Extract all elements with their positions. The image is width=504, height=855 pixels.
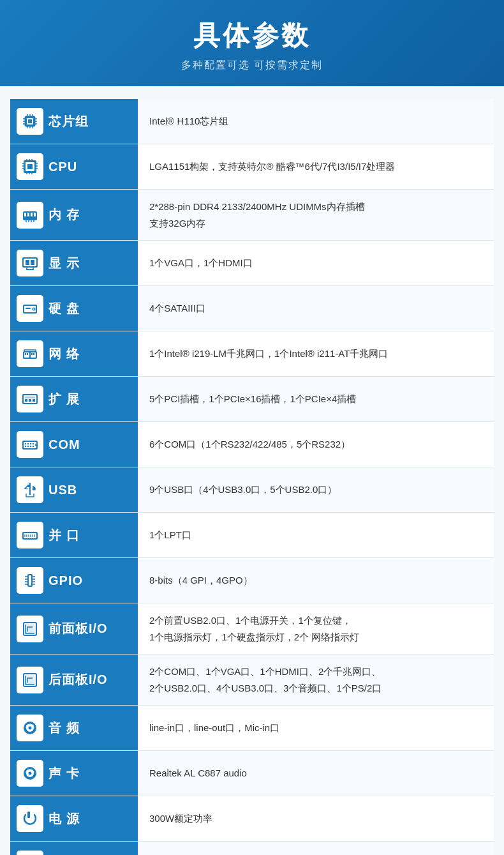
svg-point-72: [33, 446, 34, 447]
table-row: 音 频line-in口，line-out口，Mic-in口: [10, 706, 494, 751]
svg-rect-32: [27, 213, 29, 216]
svg-rect-97: [26, 676, 34, 685]
row-label: 芯片组: [48, 113, 89, 130]
table-row: 硬 盘4个SATAIII口: [10, 286, 494, 331]
usb-icon: [17, 476, 43, 503]
table-row: 前面板I/O2个前置USB2.0口、1个电源开关，1个复位键，1个电源指示灯，1…: [10, 603, 494, 654]
row-value: 1个LPT口: [138, 513, 494, 558]
com-icon: [17, 431, 43, 458]
svg-point-71: [30, 446, 31, 447]
table-row: 内 存2*288-pin DDR4 2133/2400MHz UDIMMs内存插…: [10, 190, 494, 241]
svg-point-70: [27, 446, 29, 447]
svg-rect-95: [26, 624, 34, 633]
network-icon: [17, 340, 43, 367]
row-label: 扩 展: [48, 391, 80, 408]
header: 具体参数 多种配置可选 可按需求定制: [0, 0, 504, 86]
svg-point-68: [33, 443, 34, 444]
row-label: 后面板I/O: [48, 671, 108, 688]
svg-point-69: [25, 446, 26, 447]
row-label: 声 卡: [48, 765, 80, 782]
table-row: 机箱尺寸427*480*177mm（宽*深*高）: [10, 842, 494, 856]
row-value: Intel® H110芯片组: [138, 99, 494, 144]
row-value: 2个COM口、1个VGA口、1个HDMI口、2个千兆网口、2个USB2.0口、4…: [138, 654, 494, 706]
row-value: line-in口，line-out口，Mic-in口: [138, 706, 494, 751]
row-label: CPU: [48, 160, 77, 174]
svg-rect-60: [29, 399, 31, 402]
svg-point-65: [25, 443, 26, 444]
gpio-icon: [17, 567, 43, 594]
table-row: GPIO8-bits（4 GPI，4GPO）: [10, 558, 494, 603]
row-value: 4个SATAIII口: [138, 286, 494, 331]
row-value: 9个USB口（4个USB3.0口，5个USB2.0口）: [138, 467, 494, 513]
table-row: 并 口1个LPT口: [10, 513, 494, 558]
cpu-icon: [17, 153, 43, 180]
panel-icon: [17, 667, 43, 693]
svg-rect-55: [31, 353, 33, 355]
svg-rect-41: [26, 260, 29, 265]
svg-point-103: [29, 772, 32, 775]
table-row: 电 源300W额定功率: [10, 796, 494, 842]
svg-rect-56: [33, 353, 34, 355]
svg-rect-104: [27, 812, 30, 818]
table-row: 芯片组Intel® H110芯片组: [10, 99, 494, 144]
table-row: 网 络1个Intel® i219-LM千兆网口，1个Intel® i211-AT…: [10, 331, 494, 377]
row-label: 电 源: [48, 810, 80, 828]
page-title: 具体参数: [13, 18, 491, 54]
table-row: 后面板I/O2个COM口、1个VGA口、1个HDMI口、2个千兆网口、2个USB…: [10, 654, 494, 706]
table-row: CPULGA1151构架，支持英特尔® 酷睿™6代/7代I3/I5/I7处理器: [10, 144, 494, 190]
svg-rect-17: [27, 164, 33, 169]
row-label: 显 示: [48, 255, 80, 272]
row-label: 音 频: [48, 720, 80, 737]
svg-point-73: [35, 444, 36, 446]
svg-point-47: [33, 308, 34, 310]
svg-rect-53: [25, 353, 26, 355]
svg-rect-34: [34, 213, 36, 216]
spec-table-wrap: 芯片组Intel® H110芯片组 CPULGA1151构架，支持英特尔® 酷睿…: [0, 86, 504, 855]
svg-rect-85: [29, 575, 31, 586]
row-label: GPIO: [48, 573, 83, 588]
svg-rect-62: [25, 397, 35, 398]
hdd-icon: [17, 295, 43, 322]
svg-point-100: [29, 727, 32, 730]
expand-icon: [17, 386, 43, 412]
row-value: 300W额定功率: [138, 796, 494, 842]
parallel-icon: [17, 522, 43, 549]
row-value: 2*288-pin DDR4 2133/2400MHz UDIMMs内存插槽支持…: [138, 190, 494, 241]
svg-point-66: [27, 443, 29, 444]
table-row: USB9个USB口（4个USB3.0口，5个USB2.0口）: [10, 467, 494, 513]
row-label: 并 口: [48, 527, 80, 544]
row-value: 5个PCI插槽，1个PCIe×16插槽，1个PCIe×4插槽: [138, 377, 494, 422]
row-value: 1个VGA口，1个HDMI口: [138, 241, 494, 286]
svg-rect-75: [33, 487, 35, 490]
panel-icon: [17, 616, 43, 642]
row-value: LGA1151构架，支持英特尔® 酷睿™6代/7代I3/I5/I7处理器: [138, 144, 494, 190]
display-icon: [17, 250, 43, 276]
svg-rect-59: [25, 399, 27, 402]
memory-icon: [17, 202, 43, 229]
row-value: Realtek AL C887 audio: [138, 751, 494, 796]
audio-icon: [17, 760, 43, 787]
row-label: USB: [48, 483, 77, 497]
svg-rect-31: [24, 213, 26, 216]
row-label: 硬 盘: [48, 300, 80, 317]
table-row: 扩 展5个PCI插槽，1个PCIe×16插槽，1个PCIe×4插槽: [10, 377, 494, 422]
svg-rect-64: [24, 442, 36, 448]
svg-rect-2: [28, 119, 32, 123]
table-row: 声 卡Realtek AL C887 audio: [10, 751, 494, 796]
svg-rect-74: [27, 485, 30, 487]
row-label: COM: [48, 437, 80, 452]
table-row: 显 示1个VGA口，1个HDMI口: [10, 241, 494, 286]
svg-rect-33: [31, 213, 33, 216]
row-value: 8-bits（4 GPI，4GPO）: [138, 558, 494, 603]
audio-icon: [17, 715, 43, 741]
svg-point-67: [30, 443, 31, 444]
row-value: 2个前置USB2.0口、1个电源开关，1个复位键，1个电源指示灯，1个硬盘指示灯…: [138, 603, 494, 654]
svg-rect-61: [33, 399, 35, 402]
spec-table: 芯片组Intel® H110芯片组 CPULGA1151构架，支持英特尔® 酷睿…: [10, 99, 494, 855]
row-label: 网 络: [48, 345, 80, 363]
svg-rect-49: [26, 307, 31, 308]
row-value: 6个COM口（1个RS232/422/485，5个RS232）: [138, 422, 494, 467]
table-row: COM6个COM口（1个RS232/422/485，5个RS232）: [10, 422, 494, 467]
row-value: 427*480*177mm（宽*深*高）: [138, 842, 494, 856]
row-label: 前面板I/O: [48, 620, 108, 637]
